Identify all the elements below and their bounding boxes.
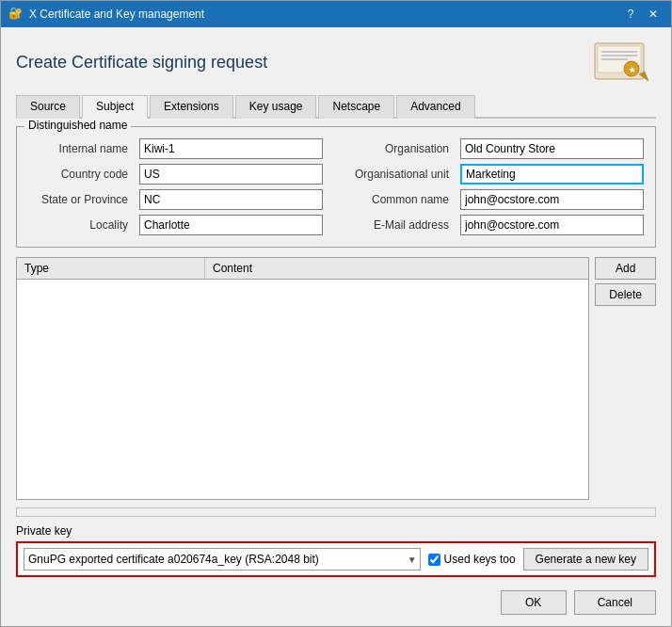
- email-input[interactable]: [460, 215, 644, 235]
- delete-button[interactable]: Delete: [595, 283, 656, 306]
- close-button[interactable]: ✕: [643, 5, 664, 24]
- extensions-table: Type Content: [16, 257, 589, 500]
- dn-form-grid: Internal name Organisation Country code …: [28, 138, 644, 235]
- dialog-content: Create Certificate signing request ★ Sou…: [1, 27, 671, 626]
- page-title: Create Certificate signing request: [16, 53, 267, 72]
- dialog-footer: OK Cancel: [16, 585, 656, 615]
- private-key-select-wrap: GnuPG exported certificate a020674a_key …: [24, 548, 421, 571]
- organisation-input[interactable]: [460, 138, 644, 159]
- window-controls: ? ✕: [620, 5, 664, 24]
- tab-key-usage[interactable]: Key usage: [235, 95, 317, 119]
- internal-name-label: Internal name: [28, 142, 132, 155]
- tab-bar: Source Subject Extensions Key usage Nets…: [16, 95, 656, 119]
- content-column-header: Content: [205, 258, 588, 279]
- cancel-button[interactable]: Cancel: [574, 590, 656, 615]
- email-label: E-Mail address: [330, 218, 453, 232]
- tab-source[interactable]: Source: [16, 95, 80, 119]
- svg-text:★: ★: [629, 66, 636, 74]
- tab-netscape[interactable]: Netscape: [318, 95, 394, 119]
- generate-key-button[interactable]: Generate a new key: [523, 548, 648, 571]
- used-keys-checkbox-wrap[interactable]: Used keys too: [428, 553, 516, 566]
- private-key-label: Private key: [16, 524, 656, 538]
- main-window: 🔐 X Certificate and Key management ? ✕ C…: [0, 0, 672, 627]
- cert-logo: ★: [590, 39, 656, 86]
- app-icon: 🔐: [8, 7, 24, 22]
- state-input[interactable]: [139, 189, 323, 210]
- organisation-label: Organisation: [330, 142, 453, 155]
- private-key-section: Private key GnuPG exported certificate a…: [16, 524, 656, 577]
- horizontal-scrollbar[interactable]: [16, 507, 656, 517]
- locality-label: Locality: [28, 218, 132, 232]
- page-title-row: Create Certificate signing request ★: [16, 39, 656, 86]
- help-button[interactable]: ?: [620, 5, 641, 24]
- add-button[interactable]: Add: [595, 257, 656, 280]
- table-buttons: Add Delete: [595, 257, 656, 500]
- org-unit-label: Organisational unit: [330, 168, 453, 181]
- groupbox-legend: Distinguished name: [24, 119, 131, 132]
- org-unit-input[interactable]: [460, 164, 644, 185]
- distinguished-name-group: Distinguished name Internal name Organis…: [16, 126, 656, 248]
- common-name-label: Common name: [330, 193, 453, 206]
- tab-extensions[interactable]: Extensions: [150, 95, 233, 119]
- locality-input[interactable]: [139, 215, 323, 235]
- ok-button[interactable]: OK: [501, 590, 567, 615]
- internal-name-input[interactable]: [139, 138, 323, 159]
- window-title: X Certificate and Key management: [29, 8, 620, 21]
- private-key-select[interactable]: GnuPG exported certificate a020674a_key …: [24, 548, 421, 571]
- tab-subject[interactable]: Subject: [82, 95, 148, 119]
- type-column-header: Type: [17, 258, 205, 279]
- used-keys-label: Used keys too: [444, 553, 516, 566]
- table-header: Type Content: [17, 258, 588, 280]
- private-key-row: GnuPG exported certificate a020674a_key …: [16, 541, 656, 577]
- state-label: State or Province: [28, 193, 132, 206]
- used-keys-checkbox[interactable]: [428, 554, 440, 566]
- country-code-label: Country code: [28, 168, 132, 181]
- tab-advanced[interactable]: Advanced: [396, 95, 474, 119]
- common-name-input[interactable]: [460, 189, 644, 210]
- extensions-table-section: Type Content Add Delete: [16, 257, 656, 500]
- titlebar: 🔐 X Certificate and Key management ? ✕: [1, 1, 671, 27]
- country-code-input[interactable]: [139, 164, 323, 185]
